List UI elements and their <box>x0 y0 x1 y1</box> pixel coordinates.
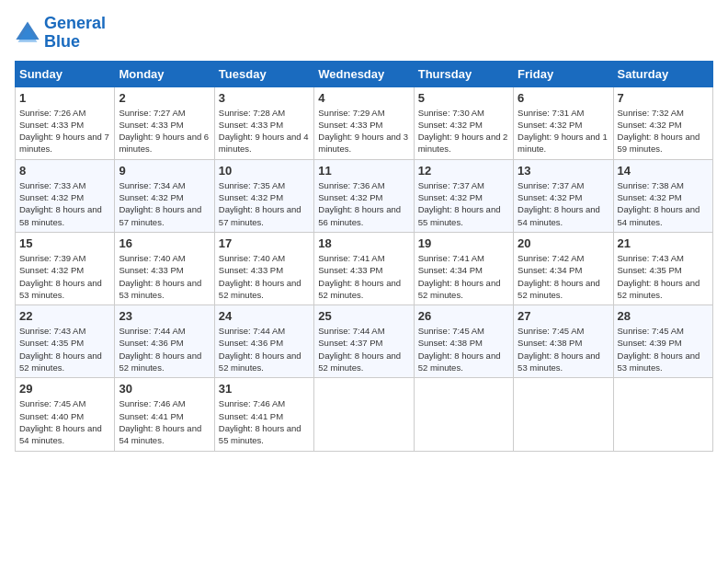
day-cell: 15 Sunrise: 7:39 AM Sunset: 4:32 PM Dayl… <box>16 232 115 304</box>
logo: General Blue <box>15 15 106 52</box>
day-info: Sunrise: 7:45 AM Sunset: 4:38 PM Dayligh… <box>518 325 609 373</box>
logo-text: General Blue <box>44 15 106 52</box>
day-cell: 3 Sunrise: 7:28 AM Sunset: 4:33 PM Dayli… <box>214 86 313 159</box>
day-info: Sunrise: 7:42 AM Sunset: 4:34 PM Dayligh… <box>518 252 609 301</box>
day-cell: 18 Sunrise: 7:41 AM Sunset: 4:33 PM Dayl… <box>314 232 414 304</box>
day-number: 26 <box>418 309 509 323</box>
col-saturday: Saturday <box>613 61 712 86</box>
day-number: 13 <box>518 164 609 178</box>
day-number: 20 <box>518 236 609 250</box>
day-cell: 7 Sunrise: 7:32 AM Sunset: 4:32 PM Dayli… <box>613 86 712 159</box>
empty-day-cell <box>414 378 513 451</box>
day-info: Sunrise: 7:27 AM Sunset: 4:33 PM Dayligh… <box>119 107 210 155</box>
day-cell: 31 Sunrise: 7:46 AM Sunset: 4:41 PM Dayl… <box>214 378 313 451</box>
logo-icon <box>15 20 40 46</box>
day-info: Sunrise: 7:43 AM Sunset: 4:35 PM Dayligh… <box>618 252 709 301</box>
day-info: Sunrise: 7:30 AM Sunset: 4:32 PM Dayligh… <box>418 107 509 155</box>
day-number: 4 <box>318 91 409 105</box>
day-number: 22 <box>19 309 110 323</box>
day-info: Sunrise: 7:32 AM Sunset: 4:32 PM Dayligh… <box>618 107 709 155</box>
day-info: Sunrise: 7:35 AM Sunset: 4:32 PM Dayligh… <box>219 179 310 228</box>
day-cell: 21 Sunrise: 7:43 AM Sunset: 4:35 PM Dayl… <box>613 232 712 304</box>
calendar-week-row: 29 Sunrise: 7:45 AM Sunset: 4:40 PM Dayl… <box>16 378 713 451</box>
day-number: 24 <box>219 309 310 323</box>
day-number: 17 <box>219 236 310 250</box>
day-info: Sunrise: 7:46 AM Sunset: 4:41 PM Dayligh… <box>219 397 310 446</box>
day-info: Sunrise: 7:44 AM Sunset: 4:37 PM Dayligh… <box>318 325 409 373</box>
day-number: 23 <box>119 309 210 323</box>
day-cell: 27 Sunrise: 7:45 AM Sunset: 4:38 PM Dayl… <box>514 305 613 378</box>
day-info: Sunrise: 7:43 AM Sunset: 4:35 PM Dayligh… <box>19 325 110 373</box>
day-number: 14 <box>618 164 709 178</box>
col-thursday: Thursday <box>414 61 513 86</box>
day-number: 18 <box>318 236 409 250</box>
empty-day-cell <box>613 378 712 451</box>
day-info: Sunrise: 7:44 AM Sunset: 4:36 PM Dayligh… <box>219 325 310 373</box>
day-info: Sunrise: 7:28 AM Sunset: 4:33 PM Dayligh… <box>219 107 310 155</box>
day-number: 11 <box>318 164 409 178</box>
day-cell: 28 Sunrise: 7:45 AM Sunset: 4:39 PM Dayl… <box>613 305 712 378</box>
day-info: Sunrise: 7:37 AM Sunset: 4:32 PM Dayligh… <box>418 179 509 228</box>
day-cell: 19 Sunrise: 7:41 AM Sunset: 4:34 PM Dayl… <box>414 232 513 304</box>
day-info: Sunrise: 7:44 AM Sunset: 4:36 PM Dayligh… <box>119 325 210 373</box>
calendar-header-row: Sunday Monday Tuesday Wednesday Thursday… <box>16 61 713 86</box>
day-info: Sunrise: 7:41 AM Sunset: 4:33 PM Dayligh… <box>318 252 409 301</box>
day-cell: 4 Sunrise: 7:29 AM Sunset: 4:33 PM Dayli… <box>314 86 414 159</box>
day-cell: 13 Sunrise: 7:37 AM Sunset: 4:32 PM Dayl… <box>514 159 613 232</box>
day-info: Sunrise: 7:40 AM Sunset: 4:33 PM Dayligh… <box>219 252 310 301</box>
day-info: Sunrise: 7:29 AM Sunset: 4:33 PM Dayligh… <box>318 107 409 155</box>
day-cell: 30 Sunrise: 7:46 AM Sunset: 4:41 PM Dayl… <box>115 378 214 451</box>
day-number: 28 <box>618 309 709 323</box>
page-header: General Blue <box>15 15 713 52</box>
calendar-week-row: 8 Sunrise: 7:33 AM Sunset: 4:32 PM Dayli… <box>16 159 713 232</box>
day-info: Sunrise: 7:46 AM Sunset: 4:41 PM Dayligh… <box>119 397 210 446</box>
day-cell: 12 Sunrise: 7:37 AM Sunset: 4:32 PM Dayl… <box>414 159 513 232</box>
day-info: Sunrise: 7:41 AM Sunset: 4:34 PM Dayligh… <box>418 252 509 301</box>
day-number: 19 <box>418 236 509 250</box>
day-number: 1 <box>19 91 110 105</box>
day-number: 10 <box>219 164 310 178</box>
calendar-week-row: 1 Sunrise: 7:26 AM Sunset: 4:33 PM Dayli… <box>16 86 713 159</box>
day-cell: 8 Sunrise: 7:33 AM Sunset: 4:32 PM Dayli… <box>16 159 115 232</box>
day-info: Sunrise: 7:31 AM Sunset: 4:32 PM Dayligh… <box>518 107 609 155</box>
day-info: Sunrise: 7:45 AM Sunset: 4:38 PM Dayligh… <box>418 325 509 373</box>
day-number: 25 <box>318 309 409 323</box>
day-number: 6 <box>518 91 609 105</box>
day-number: 30 <box>119 382 210 396</box>
day-number: 15 <box>19 236 110 250</box>
col-wednesday: Wednesday <box>314 61 414 86</box>
col-tuesday: Tuesday <box>214 61 313 86</box>
day-cell: 5 Sunrise: 7:30 AM Sunset: 4:32 PM Dayli… <box>414 86 513 159</box>
day-cell: 14 Sunrise: 7:38 AM Sunset: 4:32 PM Dayl… <box>613 159 712 232</box>
day-number: 12 <box>418 164 509 178</box>
col-friday: Friday <box>514 61 613 86</box>
day-info: Sunrise: 7:45 AM Sunset: 4:40 PM Dayligh… <box>19 397 110 446</box>
day-cell: 23 Sunrise: 7:44 AM Sunset: 4:36 PM Dayl… <box>115 305 214 378</box>
day-cell: 6 Sunrise: 7:31 AM Sunset: 4:32 PM Dayli… <box>514 86 613 159</box>
day-cell: 9 Sunrise: 7:34 AM Sunset: 4:32 PM Dayli… <box>115 159 214 232</box>
day-number: 7 <box>618 91 709 105</box>
day-info: Sunrise: 7:45 AM Sunset: 4:39 PM Dayligh… <box>618 325 709 373</box>
day-number: 27 <box>518 309 609 323</box>
day-info: Sunrise: 7:33 AM Sunset: 4:32 PM Dayligh… <box>19 179 110 228</box>
day-info: Sunrise: 7:39 AM Sunset: 4:32 PM Dayligh… <box>19 252 110 301</box>
calendar-week-row: 15 Sunrise: 7:39 AM Sunset: 4:32 PM Dayl… <box>16 232 713 304</box>
day-cell: 11 Sunrise: 7:36 AM Sunset: 4:32 PM Dayl… <box>314 159 414 232</box>
day-number: 3 <box>219 91 310 105</box>
day-number: 2 <box>119 91 210 105</box>
day-cell: 1 Sunrise: 7:26 AM Sunset: 4:33 PM Dayli… <box>16 86 115 159</box>
day-info: Sunrise: 7:34 AM Sunset: 4:32 PM Dayligh… <box>119 179 210 228</box>
day-cell: 22 Sunrise: 7:43 AM Sunset: 4:35 PM Dayl… <box>16 305 115 378</box>
day-info: Sunrise: 7:26 AM Sunset: 4:33 PM Dayligh… <box>19 107 110 155</box>
day-cell: 24 Sunrise: 7:44 AM Sunset: 4:36 PM Dayl… <box>214 305 313 378</box>
day-cell: 20 Sunrise: 7:42 AM Sunset: 4:34 PM Dayl… <box>514 232 613 304</box>
day-cell: 17 Sunrise: 7:40 AM Sunset: 4:33 PM Dayl… <box>214 232 313 304</box>
day-number: 5 <box>418 91 509 105</box>
day-cell: 16 Sunrise: 7:40 AM Sunset: 4:33 PM Dayl… <box>115 232 214 304</box>
day-info: Sunrise: 7:40 AM Sunset: 4:33 PM Dayligh… <box>119 252 210 301</box>
day-info: Sunrise: 7:36 AM Sunset: 4:32 PM Dayligh… <box>318 179 409 228</box>
day-cell: 25 Sunrise: 7:44 AM Sunset: 4:37 PM Dayl… <box>314 305 414 378</box>
day-cell: 26 Sunrise: 7:45 AM Sunset: 4:38 PM Dayl… <box>414 305 513 378</box>
day-info: Sunrise: 7:37 AM Sunset: 4:32 PM Dayligh… <box>518 179 609 228</box>
day-cell: 10 Sunrise: 7:35 AM Sunset: 4:32 PM Dayl… <box>214 159 313 232</box>
